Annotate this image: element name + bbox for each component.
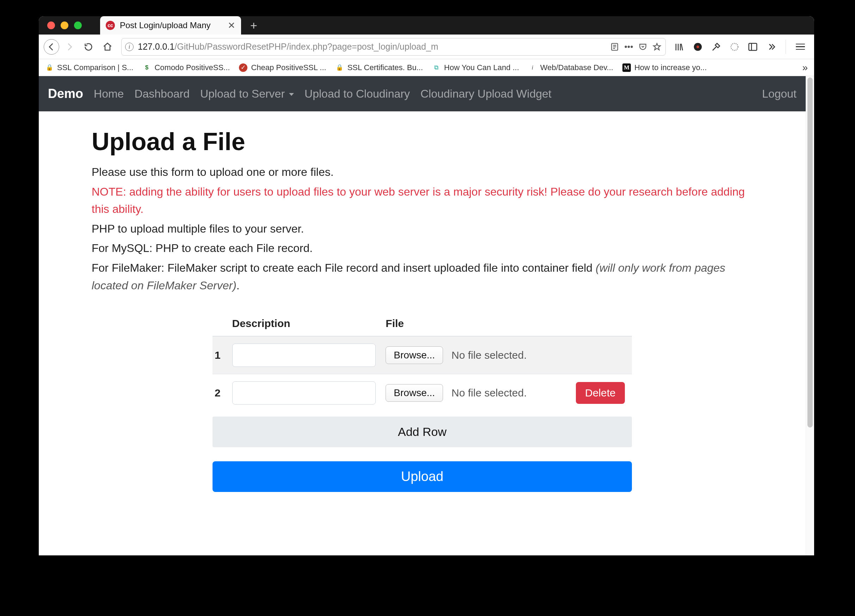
- bookmark-label: SSL Comparison | S...: [57, 63, 133, 72]
- library-icon[interactable]: [674, 41, 685, 53]
- overflow-chevron-icon[interactable]: [765, 41, 777, 53]
- bookmark-label: How You Can Land ...: [444, 63, 519, 72]
- toolbar-right-actions: [671, 40, 809, 54]
- tab-favicon: cc: [106, 21, 115, 30]
- bookmark-label: SSL Certificates. Bu...: [348, 63, 423, 72]
- pocket-icon[interactable]: [638, 42, 648, 51]
- new-tab-button[interactable]: +: [247, 19, 260, 32]
- app-menu-button[interactable]: [794, 41, 806, 53]
- tab-title: Post Login/upload Many: [120, 20, 223, 30]
- dollar-icon: $: [142, 63, 151, 72]
- bookmark-item[interactable]: MHow to increase yo...: [622, 63, 706, 72]
- col-action-header: [571, 311, 632, 336]
- address-bar[interactable]: i 127.0.0.1/GitHub/PasswordResetPHP/inde…: [121, 38, 666, 56]
- nav-upload-to-server[interactable]: Upload to Server: [200, 87, 294, 100]
- browser-toolbar: i 127.0.0.1/GitHub/PasswordResetPHP/inde…: [39, 35, 814, 59]
- col-num-header: [213, 311, 227, 336]
- nav-home[interactable]: Home: [94, 87, 124, 100]
- url-text: 127.0.0.1/GitHub/PasswordResetPHP/index.…: [138, 41, 605, 52]
- medium-icon: M: [622, 63, 631, 72]
- toolbar-divider: [786, 40, 786, 54]
- lock-icon: 🔒: [336, 63, 344, 72]
- table-row: 1 Browse... No file selected.: [213, 336, 632, 374]
- bookmark-label: Web/Database Dev...: [540, 63, 613, 72]
- close-window-button[interactable]: [47, 21, 55, 29]
- scrollbar[interactable]: [806, 76, 814, 555]
- extension-icon-2[interactable]: [728, 41, 740, 53]
- nav-dashboard[interactable]: Dashboard: [134, 87, 190, 100]
- shield-icon: ✓: [239, 63, 247, 72]
- reader-mode-icon[interactable]: [610, 42, 620, 51]
- forward-button[interactable]: [61, 38, 78, 56]
- monitor-icon: ⧉: [432, 63, 441, 72]
- bookmark-label: Comodo PositiveSS...: [154, 63, 230, 72]
- svg-point-2: [696, 46, 699, 48]
- page-title: Upload a File: [92, 127, 753, 156]
- bookmark-label: How to increase yo...: [634, 63, 706, 72]
- browse-button[interactable]: Browse...: [386, 346, 443, 364]
- svg-rect-4: [749, 43, 757, 51]
- main-content: Upload a File Please use this form to up…: [39, 111, 806, 492]
- upload-table: Description File 1 Bro: [213, 311, 632, 412]
- bookmark-item[interactable]: ✓Cheap PositiveSSL ...: [239, 63, 326, 72]
- description-input[interactable]: [232, 343, 376, 367]
- bookmark-item[interactable]: 🔒SSL Comparison | S...: [45, 63, 133, 72]
- info-icon: i: [528, 63, 537, 72]
- bookmark-label: Cheap PositiveSSL ...: [251, 63, 326, 72]
- brand[interactable]: Demo: [48, 86, 83, 101]
- extension-icon-1[interactable]: [692, 41, 704, 53]
- file-status: No file selected.: [452, 387, 527, 399]
- bookmark-item[interactable]: 🔒SSL Certificates. Bu...: [336, 63, 423, 72]
- row-number: 2: [213, 374, 227, 412]
- bookmarks-toolbar: 🔒SSL Comparison | S... $Comodo PositiveS…: [39, 59, 814, 76]
- browser-tab[interactable]: cc Post Login/upload Many ✕: [100, 16, 241, 35]
- window-controls: [47, 21, 82, 29]
- bookmark-item[interactable]: $Comodo PositiveSS...: [142, 63, 230, 72]
- nav-logout[interactable]: Logout: [762, 87, 797, 100]
- intro-text: Please use this form to upload one or mo…: [92, 164, 753, 181]
- bookmark-item[interactable]: iWeb/Database Dev...: [528, 63, 613, 72]
- page-content: Demo Home Dashboard Upload to Server Upl…: [39, 76, 806, 555]
- nav-cloudinary-upload-widget[interactable]: Cloudinary Upload Widget: [420, 87, 552, 100]
- upload-button[interactable]: Upload: [213, 461, 632, 492]
- scrollbar-thumb[interactable]: [808, 78, 813, 428]
- titlebar: cc Post Login/upload Many ✕ +: [39, 16, 814, 35]
- eyedropper-icon[interactable]: [710, 41, 722, 53]
- description-input[interactable]: [232, 381, 376, 405]
- table-row: 2 Browse... No file selected. Delete: [213, 374, 632, 412]
- home-button[interactable]: [99, 38, 116, 56]
- add-row-button[interactable]: Add Row: [213, 417, 632, 447]
- delete-row-button[interactable]: Delete: [576, 382, 625, 404]
- back-button[interactable]: [44, 39, 59, 55]
- file-status: No file selected.: [452, 349, 527, 361]
- maximize-window-button[interactable]: [74, 21, 82, 29]
- row-number: 1: [213, 336, 227, 374]
- file-input: Browse... No file selected.: [386, 384, 566, 402]
- bookmark-star-icon[interactable]: [652, 42, 662, 51]
- browse-button[interactable]: Browse...: [386, 384, 443, 402]
- app-navbar: Demo Home Dashboard Upload to Server Upl…: [39, 76, 806, 111]
- reload-button[interactable]: [80, 38, 97, 56]
- svg-point-3: [731, 43, 738, 51]
- info-text-3: For FileMaker: FileMaker script to creat…: [92, 259, 753, 294]
- info-text-2: For MySQL: PHP to create each File recor…: [92, 240, 753, 257]
- nav-upload-to-cloudinary[interactable]: Upload to Cloudinary: [305, 87, 410, 100]
- bookmark-item[interactable]: ⧉How You Can Land ...: [432, 63, 519, 72]
- sidebar-icon[interactable]: [747, 41, 759, 53]
- col-file-header: File: [381, 311, 571, 336]
- meatball-icon[interactable]: •••: [624, 42, 634, 52]
- site-info-icon[interactable]: i: [125, 43, 133, 51]
- file-input: Browse... No file selected.: [386, 346, 566, 364]
- browser-window: cc Post Login/upload Many ✕ + i 127.0.0.…: [39, 16, 814, 555]
- lock-icon: 🔒: [45, 63, 54, 72]
- warning-text: NOTE: adding the ability for users to up…: [92, 183, 753, 218]
- info-text-1: PHP to upload multiple files to your ser…: [92, 220, 753, 238]
- bookmarks-overflow-icon[interactable]: »: [802, 62, 808, 73]
- tab-close-icon[interactable]: ✕: [228, 20, 235, 31]
- viewport: Demo Home Dashboard Upload to Server Upl…: [39, 76, 814, 555]
- upload-form: Description File 1 Bro: [213, 311, 632, 492]
- minimize-window-button[interactable]: [61, 21, 68, 29]
- col-description-header: Description: [227, 311, 381, 336]
